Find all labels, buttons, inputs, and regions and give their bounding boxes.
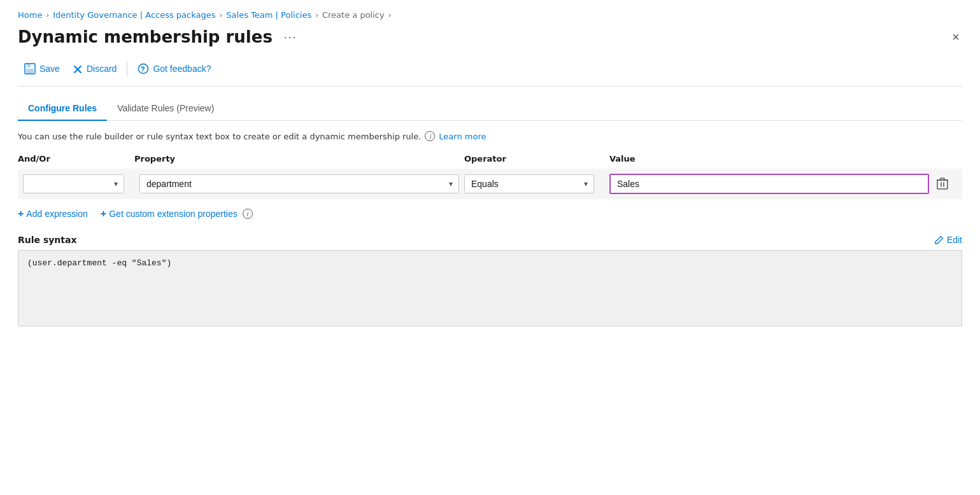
save-label: Save xyxy=(39,64,60,74)
feedback-label: Got feedback? xyxy=(153,64,211,74)
learn-more-link[interactable]: Learn more xyxy=(439,132,486,141)
breadcrumb-create-policy: Create a policy xyxy=(322,10,385,20)
feedback-icon xyxy=(138,63,149,74)
breadcrumb-sep-2: › xyxy=(220,11,223,20)
table-header: And/Or Property Operator Value xyxy=(18,154,962,169)
property-dropdown-wrapper: department accountEnabled city companyNa… xyxy=(139,174,459,193)
discard-button[interactable]: Discard xyxy=(66,60,123,78)
get-custom-label: Get custom extension properties xyxy=(109,209,238,219)
breadcrumb-home[interactable]: Home xyxy=(18,10,42,20)
col-header-value: Value xyxy=(609,154,934,164)
close-button[interactable]: × xyxy=(949,28,962,46)
add-expression-plus-icon: + xyxy=(18,208,24,220)
property-select[interactable]: department accountEnabled city companyNa… xyxy=(139,174,459,193)
col-header-operator: Operator xyxy=(464,154,604,164)
value-input[interactable] xyxy=(609,174,929,194)
add-expression-label: Add expression xyxy=(26,209,88,219)
get-custom-properties-button[interactable]: + Get custom extension properties i xyxy=(101,208,253,220)
toolbar-divider xyxy=(127,61,127,76)
get-custom-info-icon: i xyxy=(243,209,253,219)
svg-rect-1 xyxy=(27,64,31,67)
rule-syntax-label: Rule syntax xyxy=(18,235,77,245)
breadcrumb-sep-4: › xyxy=(388,11,392,20)
title-left: Dynamic membership rules ··· xyxy=(18,27,301,46)
col-header-property: Property xyxy=(134,154,459,164)
value-cell xyxy=(609,174,929,194)
andor-select[interactable]: And Or xyxy=(23,174,124,193)
delete-row-button[interactable] xyxy=(934,175,951,193)
description: You can use the rule builder or rule syn… xyxy=(18,131,962,141)
discard-label: Discard xyxy=(87,64,117,74)
trash-icon xyxy=(937,178,948,190)
edit-icon xyxy=(935,235,944,244)
operator-cell: Equals Not Equals Starts With Not Starts… xyxy=(464,174,604,193)
save-button[interactable]: Save xyxy=(18,59,66,78)
rule-syntax-box: (user.department -eq "Sales") xyxy=(18,250,962,326)
breadcrumb-sep-1: › xyxy=(46,11,49,20)
description-text: You can use the rule builder or rule syn… xyxy=(18,132,421,141)
breadcrumb: Home › Identity Governance | Access pack… xyxy=(18,10,962,20)
feedback-button[interactable]: Got feedback? xyxy=(131,59,217,78)
toolbar: Save Discard Got feedback? xyxy=(18,59,962,87)
page-title: Dynamic membership rules xyxy=(18,27,273,46)
edit-syntax-button[interactable]: Edit xyxy=(935,235,962,245)
get-custom-plus-icon: + xyxy=(101,208,106,220)
breadcrumb-sales-team[interactable]: Sales Team | Policies xyxy=(226,10,311,20)
operator-dropdown-wrapper: Equals Not Equals Starts With Not Starts… xyxy=(464,174,594,193)
andor-cell: And Or ▾ xyxy=(23,174,134,193)
tab-configure-rules[interactable]: Configure Rules xyxy=(18,97,107,121)
rule-syntax-section: Rule syntax Edit (user.department -eq "S… xyxy=(18,235,962,326)
add-expression-button[interactable]: + Add expression xyxy=(18,208,88,220)
title-row: Dynamic membership rules ··· × xyxy=(18,27,962,46)
action-cell xyxy=(934,175,957,193)
andor-dropdown-wrapper: And Or ▾ xyxy=(23,174,124,193)
save-icon xyxy=(24,63,36,74)
rule-table: And/Or Property Operator Value And Or ▾ xyxy=(18,154,962,199)
col-header-andor: And/Or xyxy=(18,154,129,164)
tabs: Configure Rules Validate Rules (Preview) xyxy=(18,97,962,121)
breadcrumb-identity[interactable]: Identity Governance | Access packages xyxy=(53,10,215,20)
discard-icon xyxy=(73,64,83,74)
table-row: And Or ▾ department accountEnabled city … xyxy=(18,169,962,199)
rule-syntax-header: Rule syntax Edit xyxy=(18,235,962,245)
edit-label: Edit xyxy=(947,235,962,245)
info-icon: i xyxy=(425,131,435,141)
col-header-action xyxy=(939,154,962,164)
add-row: + Add expression + Get custom extension … xyxy=(18,208,962,220)
property-cell: department accountEnabled city companyNa… xyxy=(139,174,459,193)
operator-select[interactable]: Equals Not Equals Starts With Not Starts… xyxy=(464,174,594,193)
tab-validate-rules[interactable]: Validate Rules (Preview) xyxy=(107,97,224,121)
svg-rect-5 xyxy=(937,180,948,189)
svg-rect-2 xyxy=(26,69,34,73)
svg-point-4 xyxy=(143,71,144,72)
ellipsis-button[interactable]: ··· xyxy=(280,29,301,45)
breadcrumb-sep-3: › xyxy=(315,11,318,20)
